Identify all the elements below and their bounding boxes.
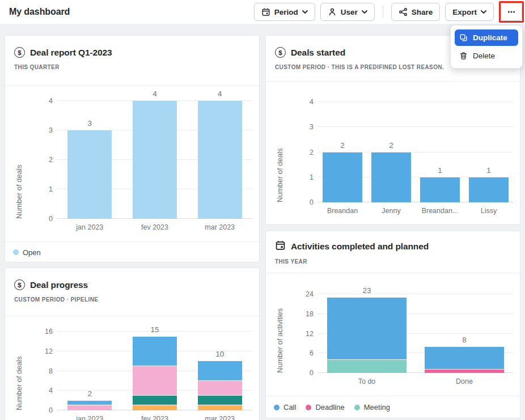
- bar: [327, 298, 407, 373]
- bar: [198, 101, 242, 219]
- bar-segment: [469, 177, 509, 202]
- y-tick-label: 12: [299, 329, 314, 338]
- y-tick-label: 0: [299, 198, 314, 207]
- bar-segment: [327, 360, 407, 373]
- trash-icon: [459, 52, 468, 60]
- bar: [133, 101, 177, 219]
- card-header: Activities completed and planned THIS YE…: [266, 231, 520, 273]
- y-tick-label: 4: [38, 386, 53, 395]
- chart-legend: CallDeadlineMeeting: [266, 396, 520, 418]
- bar-group: 15fev 2023: [122, 332, 188, 410]
- y-tick-label: 1: [299, 173, 314, 182]
- top-toolbar: My dashboard Period: [0, 0, 525, 24]
- bar-segment: [420, 177, 460, 202]
- export-button[interactable]: Export: [445, 3, 494, 21]
- bar-group: 2Jenny: [367, 102, 416, 202]
- card-header: $ Deal progress CUSTOM PERIOD · PIPELINE: [5, 268, 259, 316]
- legend-label: Call: [283, 403, 296, 411]
- currency-circle-icon: $: [14, 47, 25, 58]
- y-tick-label: 0: [38, 214, 53, 223]
- bar-segment: [133, 396, 177, 405]
- bar: [198, 361, 242, 410]
- plot-area: 012342Breandan2Jenny1Breandan...1Lissy: [318, 102, 513, 202]
- period-button-label: Period: [274, 8, 298, 16]
- bar-segment: [327, 298, 407, 360]
- y-tick-label: 4: [299, 97, 314, 107]
- activities-stacked-bar-chart: Number of activities0612182423To do8Done: [266, 273, 520, 396]
- bar-segment: [133, 405, 177, 410]
- deal-report-bar-chart: Number of deals012343jan 20234fev 20234m…: [5, 86, 259, 241]
- page-title: My dashboard: [9, 7, 70, 17]
- y-tick-label: 3: [38, 126, 53, 135]
- legend-item: Open: [13, 248, 41, 257]
- more-button[interactable]: [501, 3, 522, 21]
- bar-segment: [198, 405, 242, 410]
- bar-segment: [133, 366, 177, 396]
- y-axis-label: Number of deals: [276, 82, 284, 202]
- period-button[interactable]: Period: [254, 3, 315, 21]
- menu-item-delete[interactable]: Delete: [455, 48, 518, 64]
- y-axis-label: Number of deals: [15, 86, 23, 219]
- user-button[interactable]: User: [320, 3, 375, 21]
- bar-value-label: 10: [187, 350, 252, 358]
- bar: [67, 401, 112, 410]
- bar-segment: [323, 152, 362, 203]
- menu-item-label: Duplicate: [473, 33, 507, 42]
- chevron-down-icon: [302, 10, 308, 14]
- bar: [133, 337, 177, 410]
- bar-segment: [198, 101, 242, 219]
- plot-area: 04812162jan 202315fev 202310mar 2023: [57, 332, 252, 410]
- x-axis-label: mar 2023: [181, 415, 258, 420]
- y-tick-label: 0: [38, 406, 53, 415]
- legend-item: Call: [274, 403, 296, 411]
- y-tick-label: 3: [299, 122, 314, 131]
- bar-segment: [198, 381, 242, 396]
- chart-legend: Open: [5, 241, 259, 262]
- y-axis-label: Number of activities: [276, 273, 284, 373]
- calendar-icon: [261, 7, 270, 16]
- bar-value-label: 3: [57, 120, 122, 128]
- plot-area: 012343jan 20234fev 20234mar 2023: [57, 101, 252, 219]
- bar-segment: [67, 130, 112, 219]
- bar-segment: [425, 347, 504, 370]
- bars-row: 2Breandan2Jenny1Breandan...1Lissy: [318, 102, 513, 202]
- bar: [469, 177, 509, 202]
- bar-group: 1Lissy: [464, 102, 513, 202]
- annotation-highlight-box: [499, 1, 524, 23]
- bar-value-label: 1: [416, 167, 464, 175]
- bar-group: 10mar 2023: [187, 332, 252, 410]
- bar-value-label: 2: [57, 390, 122, 398]
- legend-item: Deadline: [306, 403, 344, 411]
- bar-segment: [133, 101, 177, 219]
- share-icon: [399, 7, 408, 16]
- card-subtitle: THIS QUARTER: [14, 64, 250, 70]
- y-tick-label: 2: [299, 148, 314, 157]
- menu-item-label: Delete: [473, 52, 495, 60]
- share-button[interactable]: Share: [391, 3, 441, 21]
- calendar-icon: [275, 240, 286, 253]
- bar-segment: [425, 370, 504, 373]
- deal-progress-stacked-bar-chart: Number of deals04812162jan 202315fev 202…: [5, 316, 259, 420]
- bar-group: 8Done: [416, 294, 513, 373]
- export-button-label: Export: [452, 8, 477, 16]
- bar-segment: [198, 361, 242, 381]
- bars-row: 3jan 20234fev 20234mar 2023: [57, 101, 252, 219]
- deals-started-bar-chart: Number of deals012342Breandan2Jenny1Brea…: [266, 82, 520, 226]
- y-tick-label: 1: [38, 185, 53, 194]
- x-axis-label: To do: [312, 377, 421, 385]
- bar-value-label: 4: [187, 90, 252, 98]
- y-axis-label: Number of deals: [15, 316, 23, 410]
- menu-item-duplicate[interactable]: Duplicate: [455, 29, 518, 46]
- bar-segment: [67, 405, 112, 410]
- bar: [425, 347, 504, 373]
- card-subtitle: THIS YEAR: [275, 258, 511, 265]
- share-button-label: Share: [412, 8, 433, 16]
- y-tick-label: 6: [299, 349, 314, 358]
- plot-area: 0612182423To do8Done: [318, 294, 513, 373]
- duplicate-icon: [459, 33, 468, 42]
- bar-segment: [198, 396, 242, 405]
- bar-segment: [371, 152, 411, 203]
- x-axis-label: mar 2023: [181, 223, 258, 231]
- y-tick-label: 18: [299, 309, 314, 319]
- bar-segment: [67, 401, 112, 406]
